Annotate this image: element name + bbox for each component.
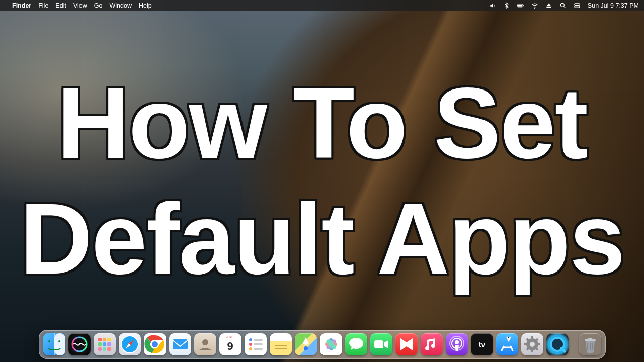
dock-contacts-icon[interactable] <box>194 333 216 355</box>
svg-rect-23 <box>254 343 263 345</box>
dock-reminders-icon[interactable] <box>245 333 267 355</box>
svg-rect-27 <box>275 348 287 349</box>
dock-mail-icon[interactable] <box>169 333 191 355</box>
overlay-line-1: How To Set <box>57 65 587 181</box>
dock-safari-icon[interactable] <box>119 333 141 355</box>
dock-chrome-icon[interactable] <box>144 333 166 355</box>
svg-point-11 <box>58 340 60 342</box>
svg-point-20 <box>249 338 252 341</box>
svg-rect-18 <box>173 339 188 349</box>
title-overlay: How To Set Default Apps <box>0 0 644 362</box>
dock-separator <box>574 333 574 355</box>
svg-point-22 <box>249 343 252 346</box>
svg-rect-9 <box>54 333 65 355</box>
dock-quicktime-icon[interactable] <box>546 333 569 355</box>
dock-facetime-icon[interactable] <box>370 333 392 355</box>
dock-photos-icon[interactable] <box>320 333 342 355</box>
svg-point-43 <box>530 342 535 347</box>
dock-podcasts-icon[interactable] <box>446 333 468 355</box>
dock-calendar-icon[interactable]: JUL 9 <box>219 333 242 355</box>
svg-point-28 <box>304 346 308 350</box>
svg-rect-37 <box>374 340 383 348</box>
dock-notes-icon[interactable] <box>270 333 292 355</box>
dock-tv-icon[interactable]: tv <box>471 333 493 355</box>
svg-text:tv: tv <box>478 340 485 348</box>
svg-rect-25 <box>254 348 263 350</box>
dock: JUL 9 <box>39 330 606 359</box>
calendar-month-label: JUL <box>226 335 234 339</box>
dock-siri-icon[interactable] <box>68 333 91 355</box>
dock-news-icon[interactable] <box>395 333 418 355</box>
svg-point-24 <box>249 347 252 350</box>
svg-rect-46 <box>585 339 596 341</box>
svg-rect-21 <box>254 339 263 341</box>
dock-launchpad-icon[interactable] <box>94 333 116 355</box>
dock-music-icon[interactable] <box>421 333 443 355</box>
dock-maps-icon[interactable] <box>295 333 317 355</box>
svg-rect-26 <box>275 345 287 346</box>
svg-point-10 <box>48 340 50 342</box>
svg-point-38 <box>455 340 459 344</box>
svg-point-19 <box>202 339 208 345</box>
dock-appstore-icon[interactable] <box>496 333 518 355</box>
calendar-day-label: 9 <box>227 340 233 353</box>
svg-rect-47 <box>588 338 592 339</box>
dock-finder-icon[interactable] <box>43 333 65 355</box>
overlay-line-2: Default Apps <box>20 181 624 297</box>
dock-messages-icon[interactable] <box>345 333 367 355</box>
dock-settings-icon[interactable] <box>521 333 543 355</box>
dock-trash-icon[interactable] <box>579 333 601 355</box>
